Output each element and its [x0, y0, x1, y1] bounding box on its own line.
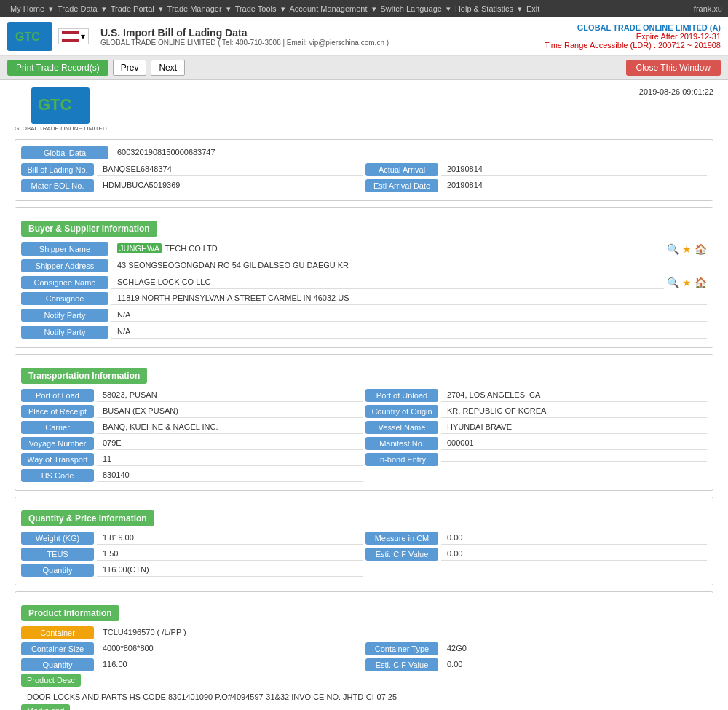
place-of-receipt-cell: Place of Receipt BUSAN (EX PUSAN): [21, 404, 363, 418]
measure-cm-label: Measure in CM: [365, 532, 438, 545]
esti-cif-cell: Esti. CIF Value 0.00: [365, 547, 707, 561]
consignee-search-icon[interactable]: 🔍: [667, 277, 679, 288]
prev-button-top[interactable]: Prev: [113, 60, 147, 76]
bol-label: Bill of Lading No.: [21, 163, 94, 176]
way-of-transport-label: Way of Transport: [21, 453, 94, 466]
logo-area: GTC ▾ U.S. Import Bill of Lading Data GL…: [7, 22, 389, 51]
product-quantity-value: 116.00: [97, 658, 363, 671]
flag-selector[interactable]: ▾: [58, 28, 89, 44]
print-button-top[interactable]: Print Trade Record(s): [7, 60, 108, 76]
esti-cif-label: Esti. CIF Value: [365, 548, 438, 561]
container-type-cell: Container Type 42G0: [365, 642, 707, 655]
page-title: U.S. Import Bill of Lading Data: [100, 27, 389, 39]
notify-party-1-row: Notify Party N/A: [21, 308, 707, 322]
actual-arrival-cell: Actual Arrival 20190814: [365, 162, 707, 176]
product-quantity-label: Quantity: [21, 658, 94, 671]
esti-cif-value: 0.00: [441, 547, 707, 561]
container-size-type-row: Container Size 4000*806*800 Container Ty…: [21, 642, 707, 655]
nav-help-statistics[interactable]: Help & Statistics: [451, 4, 518, 13]
nav-trade-data[interactable]: Trade Data: [53, 4, 102, 13]
nav-trade-portal[interactable]: Trade Portal: [106, 4, 159, 13]
shipper-name-rest: TECH CO LTD: [165, 244, 218, 253]
notify-party-2-label: Notify Party: [21, 326, 108, 339]
port-of-load-value: 58023, PUSAN: [97, 388, 363, 402]
company-contact: GLOBAL TRADE ONLINE LIMITED ( Tel: 400-7…: [100, 39, 389, 47]
teus-value: 1.50: [97, 547, 363, 561]
port-of-unload-label: Port of Unload: [365, 389, 438, 402]
voyage-manifest-row: Voyage Number 079E Manifest No. 000001: [21, 436, 707, 450]
consignee-star-icon[interactable]: ★: [682, 277, 692, 288]
container-row: Container TCLU4196570 ( /L/PP ): [21, 626, 707, 639]
weight-label: Weight (KG): [21, 532, 94, 545]
product-qty-cif-row: Quantity 116.00 Esti. CIF Value 0.00: [21, 658, 707, 671]
nav-exit[interactable]: Exit: [522, 4, 544, 13]
nav-trade-manager[interactable]: Trade Manager: [163, 4, 226, 13]
next-button-top[interactable]: Next: [151, 60, 185, 76]
country-of-origin-value: KR, REPUBLIC OF KOREA: [441, 404, 707, 418]
container-value: TCLU4196570 ( /L/PP ): [97, 626, 707, 639]
notify-party-1-label: Notify Party: [21, 309, 108, 322]
consignee-home-icon[interactable]: 🏠: [695, 277, 707, 288]
quantity-price-grid: Weight (KG) 1,819.00 Measure in CM 0.00 …: [21, 531, 707, 577]
hs-code-value: 830140: [97, 468, 363, 482]
svg-text:GTC: GTC: [38, 95, 72, 114]
container-size-label: Container Size: [21, 642, 94, 655]
shipper-star-icon[interactable]: ★: [682, 243, 692, 255]
port-of-load-cell: Port of Load 58023, PUSAN: [21, 388, 363, 402]
carrier-vessel-row: Carrier BANQ, KUEHNE & NAGEL INC. Vessel…: [21, 420, 707, 434]
shipper-home-icon[interactable]: 🏠: [695, 243, 707, 255]
shipper-search-icon[interactable]: 🔍: [667, 243, 679, 255]
marks-label: Marks and: [21, 704, 70, 710]
container-type-value: 42G0: [441, 642, 707, 655]
account-company: GLOBAL TRADE ONLINE LIMITED (A): [545, 23, 721, 32]
global-data-label: Global Data: [21, 146, 108, 159]
container-label: Container: [21, 626, 94, 639]
master-bol-value: HDMUBUCA5019369: [97, 178, 363, 192]
carrier-cell: Carrier BANQ, KUEHNE & NAGEL INC.: [21, 420, 363, 434]
nav-switch-language[interactable]: Switch Language: [376, 4, 446, 13]
notify-party-2-row: Notify Party N/A: [21, 325, 707, 339]
buyer-supplier-header: Buyer & Supplier Information: [21, 221, 157, 237]
nav-trade-tools[interactable]: Trade Tools: [231, 4, 281, 13]
port-of-load-label: Port of Load: [21, 389, 94, 402]
product-quantity-cell: Quantity 116.00: [21, 658, 363, 671]
manifest-no-value: 000001: [441, 436, 707, 450]
doc-logo-subtitle: GLOBAL TRADE ONLINE LIMITED: [15, 125, 107, 132]
account-info: GLOBAL TRADE ONLINE LIMITED (A) Expire A…: [545, 23, 721, 50]
close-button-top[interactable]: Close This Window: [626, 60, 721, 76]
nav-account-management[interactable]: Account Management: [285, 4, 372, 13]
marks-row: Marks and: [21, 704, 707, 710]
shipper-address-label: Shipper Address: [21, 259, 108, 272]
in-bond-entry-value: [441, 457, 707, 462]
page-header: GTC ▾ U.S. Import Bill of Lading Data GL…: [0, 17, 728, 56]
shipper-name-label: Shipper Name: [21, 242, 108, 256]
global-data-row: Global Data 6003201908150000683747: [21, 146, 707, 159]
measure-cm-cell: Measure in CM 0.00: [365, 531, 707, 545]
doc-logo: GTC GLOBAL TRADE ONLINE LIMITED: [15, 87, 107, 132]
product-cif-value: 0.00: [441, 658, 707, 671]
global-data-section: Global Data 6003201908150000683747 Bill …: [15, 139, 713, 201]
master-bol-cell: Mater BOL No. HDMUBUCA5019369: [21, 178, 363, 192]
container-cell: Container TCLU4196570 ( /L/PP ): [21, 626, 707, 639]
hs-code-label: HS Code: [21, 469, 94, 482]
country-of-origin-cell: Country of Origin KR, REPUBLIC OF KOREA: [365, 404, 707, 418]
product-information-header: Product Information: [21, 605, 119, 621]
consignee-value: 11819 NORTH PENNSYLVANIA STREET CARMEL I…: [111, 291, 707, 305]
carrier-value: BANQ, KUEHNE & NAGEL INC.: [97, 420, 363, 434]
shipper-name-row: Shipper Name JUNGHWA TECH CO LTD 🔍 ★ 🏠: [21, 241, 707, 256]
in-bond-entry-label: In-bond Entry: [365, 453, 438, 466]
bol-info-grid: Bill of Lading No. BANQSEL6848374 Actual…: [21, 162, 707, 192]
manifest-no-cell: Manifest No. 000001: [365, 436, 707, 450]
vessel-name-cell: Vessel Name HYUNDAI BRAVE: [365, 420, 707, 434]
manifest-no-label: Manifest No.: [365, 437, 438, 450]
quantity-cell: Quantity 116.00(CTN): [21, 563, 363, 577]
voyage-number-label: Voyage Number: [21, 437, 94, 450]
quantity-price-section: Quantity & Price Information Weight (KG)…: [15, 497, 713, 585]
in-bond-entry-cell: In-bond Entry: [365, 452, 707, 466]
global-data-value: 6003201908150000683747: [111, 146, 707, 159]
quantity-price-header: Quantity & Price Information: [21, 510, 154, 526]
shipper-address-value: 43 SEONGSEOGONGDAN RO 54 GIL DALSEO GU D…: [111, 259, 707, 272]
notify-party-2-value: N/A: [111, 325, 707, 339]
nav-my-home[interactable]: My Home: [6, 4, 49, 13]
way-of-transport-cell: Way of Transport 11: [21, 452, 363, 466]
